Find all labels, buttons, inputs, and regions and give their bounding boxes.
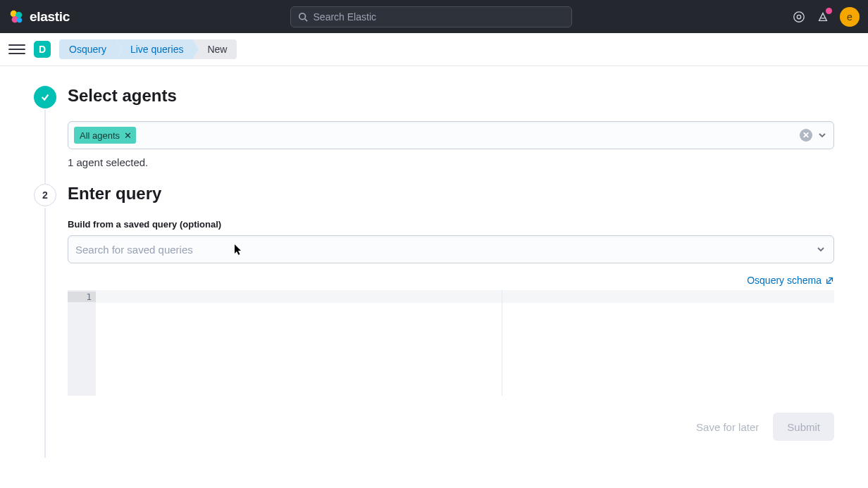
agents-combobox[interactable]: All agents ✕ ✕ — [68, 121, 834, 149]
active-line-highlight — [96, 290, 834, 303]
agents-selected-helper: 1 agent selected. — [68, 156, 834, 168]
help-icon[interactable] — [792, 10, 806, 24]
elastic-logo[interactable]: elastic — [8, 9, 70, 25]
global-header: elastic e — [0, 0, 868, 33]
global-search-wrap — [78, 6, 783, 27]
header-actions: e — [792, 7, 860, 27]
space-selector[interactable]: D — [34, 41, 51, 58]
svg-point-4 — [299, 13, 305, 19]
breadcrumb-live-queries[interactable]: Live queries — [116, 39, 194, 59]
editor-ruler — [502, 290, 502, 396]
elastic-wordmark: elastic — [30, 9, 70, 25]
clear-all-icon[interactable]: ✕ — [800, 129, 812, 142]
step-connector — [44, 110, 46, 185]
remove-chip-icon[interactable]: ✕ — [124, 131, 132, 140]
global-search-input[interactable] — [314, 11, 564, 23]
osquery-schema-link[interactable]: Osquery schema — [747, 275, 834, 286]
chip-label: All agents — [80, 130, 120, 141]
svg-line-5 — [304, 18, 307, 21]
svg-point-7 — [797, 15, 800, 18]
external-link-icon — [826, 276, 834, 284]
global-search[interactable] — [290, 6, 572, 27]
agent-chip-all: All agents ✕ — [74, 127, 136, 144]
elastic-logo-icon — [8, 9, 24, 25]
query-editor[interactable]: 1 — [68, 290, 834, 396]
chevron-down-icon — [815, 244, 826, 255]
breadcrumb-osquery[interactable]: Osquery — [59, 39, 116, 59]
saved-query-select[interactable]: Search for saved queries — [68, 235, 834, 263]
form-actions: Save for later Submit — [68, 413, 834, 441]
user-avatar[interactable]: e — [840, 7, 860, 27]
save-for-later-button[interactable]: Save for later — [696, 421, 759, 433]
editor-gutter: 1 — [68, 290, 96, 396]
editor-textarea[interactable] — [96, 290, 834, 396]
step1-marker-complete — [34, 86, 56, 108]
nav-toggle-icon[interactable] — [8, 41, 25, 58]
schema-link-text: Osquery schema — [747, 275, 822, 286]
page-body: Select agents All agents ✕ ✕ 1 agent sel… — [0, 66, 868, 473]
step-select-agents: Select agents All agents ✕ ✕ 1 agent sel… — [34, 86, 834, 182]
chevron-down-icon[interactable] — [817, 130, 828, 141]
step-enter-query: 2 Enter query Build from a saved query (… — [34, 184, 834, 455]
step1-title: Select agents — [68, 86, 834, 106]
svg-point-6 — [794, 11, 804, 21]
step2-title: Enter query — [68, 184, 834, 204]
line-number: 1 — [68, 292, 96, 302]
notification-dot — [826, 8, 832, 14]
breadcrumb: Osquery Live queries New — [59, 39, 237, 59]
breadcrumb-new: New — [193, 39, 237, 59]
sub-header: D Osquery Live queries New — [0, 33, 868, 66]
step-connector-2 — [44, 208, 46, 458]
step2-marker: 2 — [34, 184, 56, 206]
submit-button[interactable]: Submit — [773, 413, 834, 441]
svg-point-3 — [17, 17, 22, 22]
saved-query-label: Build from a saved query (optional) — [68, 219, 834, 230]
search-icon — [298, 12, 308, 22]
check-icon — [40, 92, 50, 102]
newsfeed-icon[interactable] — [816, 10, 830, 24]
saved-query-placeholder: Search for saved queries — [75, 244, 815, 256]
